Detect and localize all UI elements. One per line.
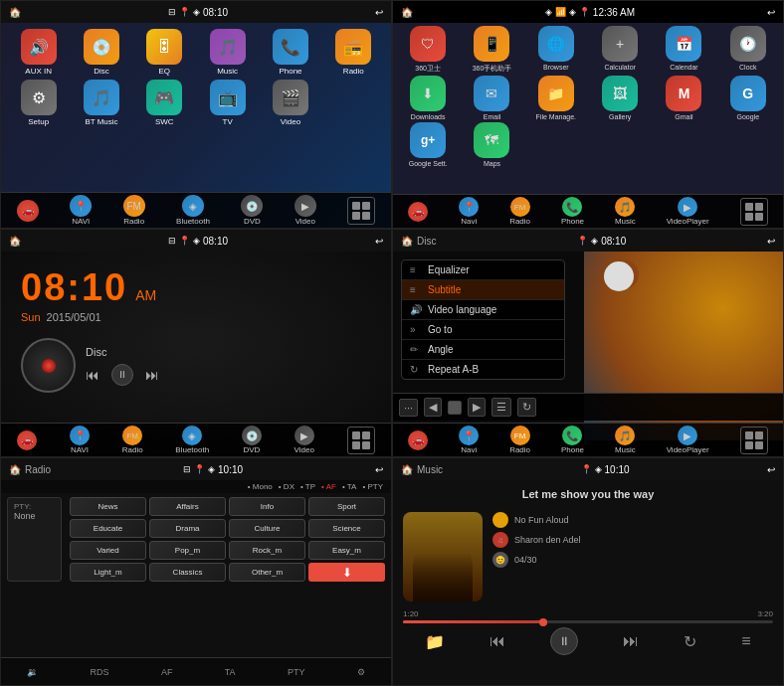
radio-btn-educate[interactable]: Educate: [70, 519, 146, 538]
app-video[interactable]: 🎬Video: [261, 80, 319, 126]
radio-btn-culture[interactable]: Culture: [229, 519, 305, 538]
app-360-assistant[interactable]: 📱360手机助手: [461, 26, 522, 74]
app-google-settings[interactable]: g+Google Sett.: [397, 122, 459, 167]
home-icon-p6[interactable]: 🏠: [401, 464, 413, 475]
radio-btn-otherm[interactable]: Other_m: [229, 563, 305, 582]
progress-bar[interactable]: [403, 620, 773, 623]
back-icon-p1[interactable]: ↩: [375, 7, 383, 18]
pty-btn[interactable]: PTY: [282, 665, 311, 679]
radio-btn-popm[interactable]: Pop_m: [149, 541, 226, 560]
rds-btn[interactable]: RDS: [85, 665, 115, 679]
nav-p4-car[interactable]: 🚗: [408, 430, 428, 450]
nav-p4-video[interactable]: ▶VideoPlayer: [667, 426, 709, 454]
grid-view-btn-p4[interactable]: [740, 427, 768, 454]
nav-p4-radio[interactable]: FMRadio: [509, 426, 530, 454]
menu-subtitle[interactable]: ≡ Subtitle: [402, 280, 564, 300]
nav-p2-music[interactable]: 🎵Music: [615, 197, 636, 226]
menu-angle[interactable]: ✏ Angle: [402, 340, 564, 360]
app-file-manager[interactable]: 📁File Manage.: [525, 76, 587, 120]
nav-p3-navi[interactable]: 📍NAVI: [70, 426, 90, 454]
dvd-stop-btn[interactable]: [448, 401, 462, 415]
radio-btn-lightm[interactable]: Light_m: [70, 563, 146, 582]
play-pause-btn[interactable]: ⏸: [111, 364, 133, 386]
grid-view-btn-p3[interactable]: [347, 427, 375, 454]
back-icon-p5[interactable]: ↩: [375, 464, 383, 475]
app-aux-in[interactable]: 🔊AUX IN: [9, 29, 68, 76]
dvd-prev-btn[interactable]: ◀: [424, 398, 442, 417]
nav-p2-video[interactable]: ▶VideoPlayer: [667, 197, 709, 226]
settings-icon[interactable]: ⚙: [351, 665, 371, 679]
radio-btn-affairs[interactable]: Affairs: [149, 497, 226, 516]
app-setup[interactable]: ⚙Setup: [9, 80, 68, 126]
nav-p3-bluetooth[interactable]: ◈Bluetooth: [175, 426, 209, 454]
radio-btn-varied[interactable]: Varied: [70, 541, 146, 560]
music-play-btn[interactable]: ⏸: [550, 627, 578, 655]
nav-btn-radio[interactable]: FMRadio: [123, 195, 145, 226]
music-prev-btn[interactable]: ⏮: [490, 632, 505, 650]
app-360-guard[interactable]: 🛡360卫士: [397, 26, 459, 74]
menu-equalizer[interactable]: ≡ Equalizer: [402, 260, 564, 280]
back-icon-p4[interactable]: ↩: [767, 236, 775, 247]
dvd-list-btn[interactable]: ☰: [491, 398, 511, 417]
app-swc[interactable]: 🎮SWC: [135, 80, 194, 126]
music-eq-btn[interactable]: ≡: [741, 632, 750, 650]
radio-btn-classics[interactable]: Classics: [149, 563, 226, 582]
nav-btn-bluetooth[interactable]: ◈Bluetooth: [176, 195, 210, 226]
nav-p3-car[interactable]: 🚗: [17, 430, 37, 450]
app-phone[interactable]: 📞Phone: [261, 29, 319, 76]
nav-p2-radio[interactable]: FMRadio: [509, 197, 530, 226]
nav-p2-car[interactable]: 🚗: [408, 202, 428, 222]
dvd-repeat-btn[interactable]: ↻: [517, 398, 536, 417]
radio-scroll-down[interactable]: ⬇: [308, 563, 385, 582]
nav-btn-dvd[interactable]: 💿DVD: [241, 195, 263, 226]
app-email[interactable]: ✉Email: [461, 76, 522, 120]
app-music[interactable]: 🎵Music: [198, 29, 257, 76]
af-btn[interactable]: AF: [155, 665, 179, 679]
back-icon-p3[interactable]: ↩: [375, 236, 383, 247]
app-calendar[interactable]: 📅Calendar: [653, 26, 714, 74]
nav-p4-navi[interactable]: 📍Navi: [459, 426, 479, 454]
radio-btn-easym[interactable]: Easy_m: [308, 541, 385, 560]
radio-btn-rockm[interactable]: Rock_m: [229, 541, 305, 560]
home-icon-p4[interactable]: 🏠: [401, 236, 413, 247]
nav-p2-navi[interactable]: 📍Navi: [459, 197, 479, 226]
menu-repeat-ab[interactable]: ↻ Repeat A-B: [402, 360, 564, 379]
app-radio[interactable]: 📻Radio: [324, 29, 383, 76]
app-maps[interactable]: 🗺Maps: [461, 122, 522, 167]
app-downloads[interactable]: ⬇Downloads: [397, 76, 459, 120]
back-icon-p6[interactable]: ↩: [767, 464, 775, 475]
app-eq[interactable]: 🎛EQ: [135, 29, 194, 76]
prev-btn[interactable]: ⏮: [86, 367, 99, 383]
app-calculator[interactable]: +Calculator: [589, 26, 651, 74]
dvd-menu-btn[interactable]: ···: [399, 399, 418, 417]
grid-view-btn-p2[interactable]: [740, 198, 768, 226]
radio-btn-info[interactable]: Info: [229, 497, 305, 516]
menu-video-language[interactable]: 🔊 Video language: [402, 300, 564, 320]
music-next-btn[interactable]: ⏭: [623, 632, 639, 650]
home-icon-p3[interactable]: 🏠: [9, 236, 21, 247]
app-google[interactable]: GGoogle: [717, 76, 779, 120]
vol-down-icon[interactable]: 🔉: [21, 665, 44, 679]
app-gmail[interactable]: MGmail: [653, 76, 714, 120]
back-icon-p2[interactable]: ↩: [767, 7, 775, 18]
nav-p3-dvd[interactable]: 💿DVD: [242, 426, 262, 454]
home-icon-p5[interactable]: 🏠: [9, 464, 21, 475]
app-clock[interactable]: 🕐Clock: [717, 26, 779, 74]
nav-p4-phone[interactable]: 📞Phone: [561, 426, 584, 454]
app-gallery[interactable]: 🖼Gallery: [589, 76, 651, 120]
home-icon-p2[interactable]: 🏠: [401, 7, 413, 18]
radio-btn-sport[interactable]: Sport: [308, 497, 385, 516]
nav-p4-music[interactable]: 🎵Music: [615, 426, 636, 454]
app-tv[interactable]: 📺TV: [198, 80, 257, 126]
nav-btn-video[interactable]: ▶Video: [294, 195, 316, 226]
radio-btn-news[interactable]: News: [70, 497, 146, 516]
nav-btn-navi[interactable]: 📍NAVI: [70, 195, 92, 226]
app-bt-music[interactable]: 🎵BT Music: [72, 80, 130, 126]
nav-btn-car[interactable]: 🚗: [17, 200, 39, 222]
menu-goto[interactable]: » Go to: [402, 320, 564, 340]
nav-p2-phone[interactable]: 📞Phone: [561, 197, 584, 226]
app-browser[interactable]: 🌐Browser: [525, 26, 587, 74]
radio-btn-science[interactable]: Science: [308, 519, 385, 538]
music-repeat-btn[interactable]: ↻: [684, 632, 696, 651]
ta-btn[interactable]: TA: [219, 665, 242, 679]
